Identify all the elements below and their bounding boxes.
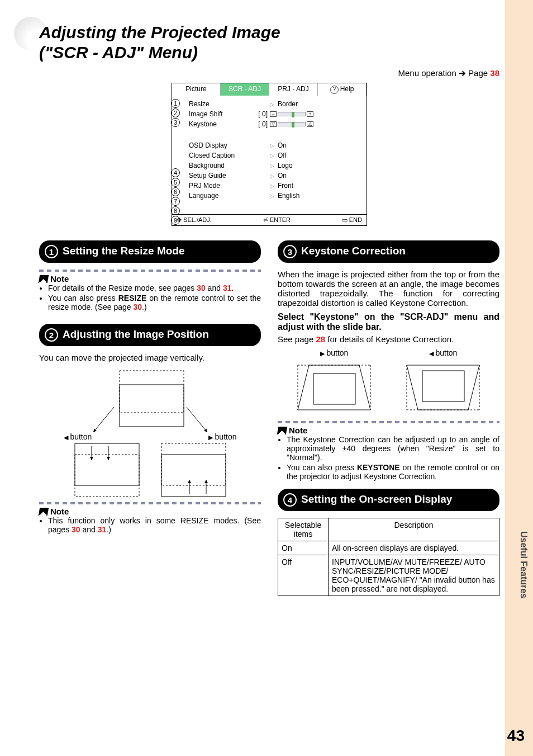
table-head-row: Selectable items Description: [278, 518, 499, 541]
submenu-arrow-icon: [270, 172, 278, 179]
callout-8: 8: [171, 206, 180, 215]
tab-prj-adj: PRJ - ADJ: [269, 83, 318, 96]
menu-val: Off: [278, 152, 322, 159]
keystone-diagrams: ▶ button ◀ button: [278, 348, 499, 415]
submenu-arrow-icon: [270, 100, 278, 108]
text: See page: [278, 334, 316, 344]
page-title: Adjusting the Projected Image ("SCR - AD…: [39, 22, 499, 63]
svg-rect-4: [75, 443, 139, 485]
page-ref: 30: [197, 284, 206, 292]
tab-picture: Picture: [172, 83, 221, 96]
menu-label: Resize: [189, 100, 248, 108]
menu-row-image-shift: Image Shift [ 0] –+: [189, 109, 362, 119]
menu-label: Language: [189, 192, 248, 200]
section-number-4: 4: [283, 493, 297, 507]
menu-tabs: Picture SCR - ADJ PRJ - ADJ Help: [172, 83, 367, 96]
callout-3: 3: [171, 118, 180, 127]
menu-row-cc: Closed CaptionOff: [189, 150, 362, 160]
footer-enter-label: ENTER: [270, 216, 291, 223]
menu-pre: [ 0]: [248, 120, 270, 128]
menu-op-label: Menu operation: [398, 68, 456, 78]
svg-rect-5: [75, 455, 139, 497]
menu-label: Keystone: [189, 120, 248, 128]
section-number-1: 1: [45, 245, 58, 258]
section-3-seepage: See page 28 for details of Keystone Corr…: [278, 334, 499, 344]
td-desc: INPUT/VOLUME/AV MUTE/FREEZE/ AUTO SYNC/R…: [329, 555, 499, 596]
page-ref: 31: [223, 284, 232, 292]
section-1-heading: 1 Setting the Resize Mode: [39, 240, 261, 263]
text: For details of the Resize mode, see page…: [48, 284, 197, 292]
note-bullet: You can also press KEYSTONE on the remot…: [287, 463, 499, 481]
text: button: [70, 432, 92, 441]
text: .): [106, 525, 111, 534]
callout-numbers-4-9: 4 5 6 7 8 9: [171, 168, 180, 225]
menu-row-bg: BackgroundLogo: [189, 160, 362, 171]
text: and: [206, 284, 223, 292]
callout-1: 1: [171, 99, 180, 108]
menu-val: Front: [278, 182, 322, 190]
right-button-label: ▶ button: [208, 432, 237, 441]
submenu-arrow-icon: [270, 182, 278, 190]
title-line-1: Adjusting the Projected Image: [39, 23, 280, 41]
triangle-right-icon: ▶: [320, 350, 325, 357]
section-3-desc: When the image is projected either from …: [278, 270, 499, 308]
text: button: [435, 348, 457, 357]
slider-keystone: ▽△: [270, 121, 313, 127]
callout-6: 6: [171, 187, 180, 196]
page-number: 43: [507, 727, 525, 745]
submenu-arrow-icon: [270, 162, 278, 169]
svg-rect-8: [161, 455, 226, 497]
trap-down-icon: ▽: [270, 121, 277, 127]
footer-end-label: END: [349, 216, 362, 223]
svg-line-2: [93, 407, 114, 432]
menu-val: On: [278, 141, 322, 149]
image-shift-diagram: ◀ button ▶ button: [66, 368, 234, 497]
callout-5: 5: [171, 178, 180, 187]
menu-op-page-label: Page: [468, 68, 488, 78]
footer-enter: ⏎ ENTER: [263, 216, 291, 224]
triangle-left-icon: ◀: [429, 350, 434, 357]
title-line-2: ("SCR - ADJ" Menu): [39, 43, 198, 62]
callout-numbers-1-3: 1 2 3: [171, 99, 180, 127]
note-divider: [39, 502, 261, 504]
tab-scr-adj: SCR - ADJ: [221, 83, 269, 96]
table-row: On All on-screen displays are displayed.: [278, 541, 499, 555]
plus-icon: +: [307, 111, 313, 117]
text: You can also press: [48, 294, 118, 303]
note-list-2: This function only works in some RESIZE …: [39, 516, 261, 534]
menu-label: OSD Display: [189, 141, 248, 149]
section-2-heading: 2 Adjusting the Image Position: [39, 324, 261, 346]
trap-up-icon: △: [307, 121, 313, 127]
note-label: Note: [50, 274, 69, 284]
section-3-title: Keystone Correction: [301, 245, 406, 257]
note-heading: Note: [39, 274, 261, 284]
section-1-title: Setting the Resize Mode: [63, 245, 185, 257]
section-4-heading: 4 Setting the On-screen Display: [278, 489, 499, 511]
note-label: Note: [289, 426, 307, 435]
submenu-arrow-icon: [270, 141, 278, 149]
menu-label: PRJ Mode: [189, 182, 248, 190]
note-label: Note: [50, 507, 69, 516]
th-items: Selectable items: [278, 518, 329, 541]
tab-help: Help: [318, 83, 367, 96]
submenu-arrow-icon: [270, 152, 278, 159]
menu-val: On: [278, 172, 322, 179]
note-list-3: The Keystone Correction can be adjusted …: [278, 435, 499, 481]
svg-rect-9: [161, 443, 226, 485]
text: button: [326, 348, 348, 357]
callout-9: 9: [171, 216, 180, 225]
section-3-heading: 3 Keystone Correction: [278, 240, 499, 263]
td-item: Off: [278, 555, 329, 596]
text: for details of Keystone Correction.: [325, 334, 454, 344]
note-heading: Note: [278, 426, 499, 435]
note-list-1: For details of the Resize mode, see page…: [39, 284, 261, 311]
section-number-3: 3: [283, 245, 297, 258]
keystone-right-diagram: ▶ button: [287, 348, 382, 415]
bold-text: RESIZE: [118, 294, 147, 303]
left-button-label: ◀ button: [64, 432, 92, 441]
menu-row-keystone: Keystone [ 0] ▽△: [189, 119, 362, 129]
text: .: [231, 284, 234, 292]
arrow-right-icon: ➔: [459, 68, 466, 78]
note-bullet: You can also press RESIZE on the remote …: [48, 294, 261, 311]
section-number-2: 2: [45, 328, 58, 342]
